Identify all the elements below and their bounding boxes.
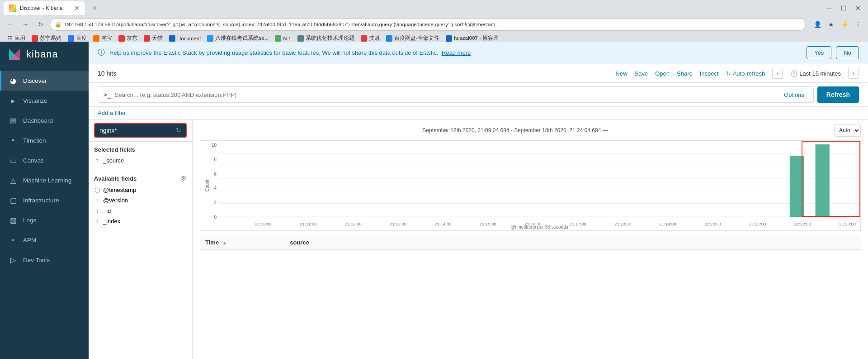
info-banner: ⓘ Help us improve the Elastic Stack by p… [89,42,868,64]
bookmark-tmall-label: 天猫 [152,35,163,42]
top-bar: 10 hits New Save Open Share Inspect ↻ Au… [89,64,868,83]
sidebar-item-canvas[interactable]: ▭ Canvas [0,150,89,170]
index-pattern-section: nginx* ↻ [89,120,192,142]
available-field-id[interactable]: t _id [94,206,187,216]
bookmark-n1-label: N.1 [283,36,291,41]
infra-icon: ▢ [9,196,18,205]
browser-tab-active[interactable]: Discover - Kibana ✕ [4,1,85,15]
tab-title: Discover - Kibana [20,5,71,11]
viz-area: September 18th 2020, 21:09:04.684 - Sept… [193,120,868,359]
dashboard-icon: ▤ [9,116,18,125]
inspect-button[interactable]: Inspect [700,70,719,77]
time-next-button[interactable]: › [848,68,859,79]
sidebar-item-logs-label: Logs [23,217,36,224]
fields-gear-button[interactable]: ⚙ [181,175,187,182]
banner-yes-button[interactable]: Yes [807,46,831,59]
time-range-selector[interactable]: 🕐 Last 15 minutes [790,70,841,77]
menu-button[interactable]: ⋮ [852,18,864,31]
field-type-text-icon-1: t [94,198,100,203]
profile-button[interactable]: 👤 [811,18,824,31]
kibana-logo-text: kibana [26,48,58,60]
new-tab-button[interactable]: + [89,2,101,14]
content-area: nginx* ↻ Selected fields ? _source Avail… [89,120,868,359]
tab-close-btn[interactable]: ✕ [74,5,80,12]
x-axis-label: @timestamp per 30 seconds [218,225,860,230]
sort-icon: ▲ [222,240,227,245]
sidebar-item-devtools-label: Dev Tools [23,257,50,263]
y-tick-10: 10 [212,143,217,148]
bookmark-apps-label: 应用 [14,35,25,42]
selected-fields-section: Selected fields ? _source [89,142,192,170]
bookmark-n1[interactable]: N.1 [272,34,294,43]
open-button[interactable]: Open [655,70,670,77]
close-button[interactable]: ✕ [852,2,864,14]
toolbar-actions: 👤 ★ ⚡ ⋮ [811,18,864,31]
search-options-button[interactable]: Options [780,91,808,98]
banner-read-more-link[interactable]: Read more [442,49,471,56]
sidebar-item-apm-label: APM [23,237,36,244]
bar-chart-icon: ▸ [9,96,18,105]
chart-bar-2 [816,144,830,217]
index-pattern-selector[interactable]: nginx* ↻ [94,123,187,138]
app-container: kibana ◕ Discover ▸ Visualize ▤ Dashboar… [0,42,868,359]
y-tick-8: 8 [214,157,217,162]
add-filter-button[interactable]: Add a filter + [98,110,131,116]
search-input[interactable] [115,91,777,98]
auto-refresh-label: Auto-refresh [733,70,765,77]
sidebar-item-dashboard[interactable]: ▤ Dashboard [0,110,89,130]
canvas-icon: ▭ [9,156,18,165]
bookmark-baidu-label: 百度 [76,35,87,42]
sidebar-item-devtools[interactable]: ▷ Dev Tools [0,250,89,270]
kibana-logo-icon [7,47,22,62]
chart-bar-1 [790,156,804,217]
sidebar-item-apm[interactable]: ▫ APM [0,230,89,250]
sidebar-item-discover[interactable]: ◕ Discover [0,71,89,91]
maximize-button[interactable]: ☐ [837,2,850,14]
sidebar-item-visualize-label: Visualize [23,97,47,104]
minimize-button[interactable]: — [823,2,835,14]
col-header-time[interactable]: Time ▲ [200,235,281,250]
search-bar-row: >_ Options Refresh [89,83,868,107]
available-field-timestamp[interactable]: ◯ @timestamp [94,185,187,195]
sidebar-item-logs[interactable]: ▧ Logs [0,210,89,230]
field-index-name: _index [103,218,120,225]
browser-toolbar: ← → ↻ 🔒 192.168.153.179:5601/app/kibana#… [0,16,868,33]
bookmark-jikui-label: 技魁 [369,35,380,42]
sidebar-item-ml-label: Machine Learning [23,177,71,184]
sidebar: kibana ◕ Discover ▸ Visualize ▤ Dashboar… [0,42,89,359]
interval-select[interactable]: Auto [834,124,861,137]
save-button[interactable]: Save [635,70,648,77]
search-input-wrap[interactable]: >_ Options [98,86,814,103]
sidebar-item-timelion[interactable]: ▪ Timelion [0,130,89,150]
new-button[interactable]: New [616,70,627,77]
time-prev-button[interactable]: ‹ [772,68,783,79]
sidebar-logo: kibana [0,42,89,67]
col-header-source[interactable]: _source [281,235,861,250]
bookmark-button[interactable]: ★ [825,18,837,31]
back-button[interactable]: ← [4,18,16,31]
available-field-index[interactable]: t _index [94,216,187,226]
available-field-version[interactable]: t @version [94,195,187,206]
auto-refresh-button[interactable]: ↻ Auto-refresh [726,70,765,77]
info-icon: ⓘ [98,48,105,57]
field-type-question: ? [94,158,100,163]
sidebar-item-ml[interactable]: △ Machine Learning [0,170,89,190]
field-type-clock-icon: ◯ [94,187,100,193]
search-prompt-symbol: >_ [104,91,111,98]
extensions-button[interactable]: ⚡ [838,18,851,31]
reload-button[interactable]: ↻ [34,18,47,31]
chart-bars-svg [218,141,860,217]
forward-button[interactable]: → [19,18,32,31]
apm-icon: ▫ [9,235,18,244]
field-id-name: _id [103,207,111,214]
refresh-button[interactable]: Refresh [817,86,859,103]
selected-field-source[interactable]: ? _source [94,156,187,165]
available-fields-section: Available fields ⚙ ◯ @timestamp t @versi… [89,170,192,359]
sidebar-item-infrastructure-label: Infrastructure [23,197,59,204]
share-button[interactable]: Share [677,70,693,77]
bookmark-document[interactable]: Document [166,34,203,43]
sidebar-item-infrastructure[interactable]: ▢ Infrastructure [0,190,89,210]
banner-no-button[interactable]: No [836,46,859,59]
sidebar-item-visualize[interactable]: ▸ Visualize [0,91,89,110]
address-bar[interactable]: 🔒 192.168.153.179:5601/app/kibana#/disco… [50,18,806,31]
